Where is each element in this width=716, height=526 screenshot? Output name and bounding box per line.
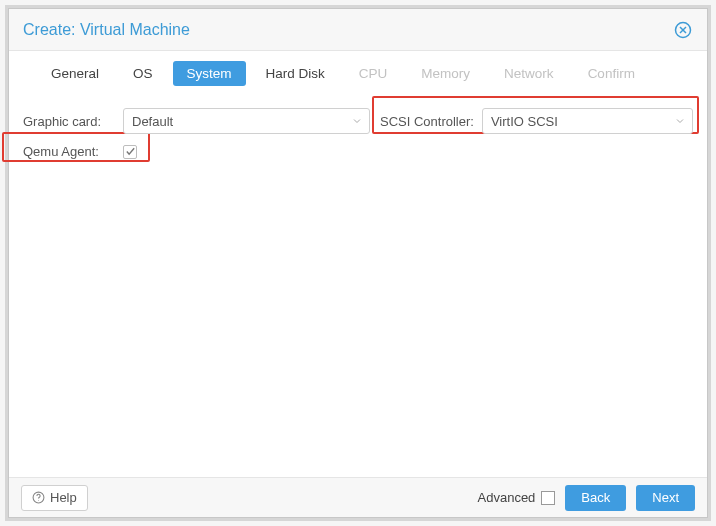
tab-hard-disk[interactable]: Hard Disk bbox=[252, 61, 339, 86]
create-vm-dialog: Create: Virtual Machine General OS Syste… bbox=[8, 8, 708, 518]
dialog-footer: Help Advanced Back Next bbox=[9, 477, 707, 517]
advanced-checkbox[interactable] bbox=[541, 491, 555, 505]
graphic-card-label: Graphic card: bbox=[23, 114, 115, 129]
title-bar: Create: Virtual Machine bbox=[9, 9, 707, 51]
left-column: Graphic card: Default Qemu Agent: bbox=[23, 102, 370, 159]
scsi-controller-value: VirtIO SCSI bbox=[491, 114, 558, 129]
tab-cpu: CPU bbox=[345, 61, 402, 86]
back-label: Back bbox=[581, 490, 610, 505]
qemu-agent-label: Qemu Agent: bbox=[23, 144, 115, 159]
right-column: SCSI Controller: VirtIO SCSI bbox=[380, 102, 693, 159]
qemu-agent-field: Qemu Agent: bbox=[23, 144, 370, 159]
form-row: Graphic card: Default Qemu Agent: bbox=[23, 102, 693, 159]
next-button[interactable]: Next bbox=[636, 485, 695, 511]
scsi-controller-field: SCSI Controller: VirtIO SCSI bbox=[380, 108, 693, 134]
close-icon bbox=[674, 21, 692, 39]
tab-network: Network bbox=[490, 61, 568, 86]
svg-point-4 bbox=[38, 500, 39, 501]
help-icon bbox=[32, 491, 45, 504]
back-button[interactable]: Back bbox=[565, 485, 626, 511]
wizard-tabs: General OS System Hard Disk CPU Memory N… bbox=[9, 51, 707, 96]
tab-confirm: Confirm bbox=[574, 61, 649, 86]
form-body: Graphic card: Default Qemu Agent: bbox=[9, 96, 707, 477]
dialog-title: Create: Virtual Machine bbox=[23, 21, 190, 39]
advanced-label: Advanced bbox=[478, 490, 536, 505]
graphic-card-value: Default bbox=[132, 114, 173, 129]
chevron-down-icon bbox=[674, 115, 686, 127]
graphic-card-select[interactable]: Default bbox=[123, 108, 370, 134]
help-button[interactable]: Help bbox=[21, 485, 88, 511]
chevron-down-icon bbox=[351, 115, 363, 127]
scsi-controller-select[interactable]: VirtIO SCSI bbox=[482, 108, 693, 134]
tab-os[interactable]: OS bbox=[119, 61, 167, 86]
advanced-toggle: Advanced bbox=[478, 490, 556, 505]
close-button[interactable] bbox=[673, 20, 693, 40]
scsi-controller-label: SCSI Controller: bbox=[380, 114, 474, 129]
tab-memory: Memory bbox=[407, 61, 484, 86]
tab-general[interactable]: General bbox=[37, 61, 113, 86]
next-label: Next bbox=[652, 490, 679, 505]
help-label: Help bbox=[50, 490, 77, 505]
graphic-card-field: Graphic card: Default bbox=[23, 108, 370, 134]
check-icon bbox=[125, 146, 136, 157]
tab-system[interactable]: System bbox=[173, 61, 246, 86]
qemu-agent-checkbox[interactable] bbox=[123, 145, 137, 159]
